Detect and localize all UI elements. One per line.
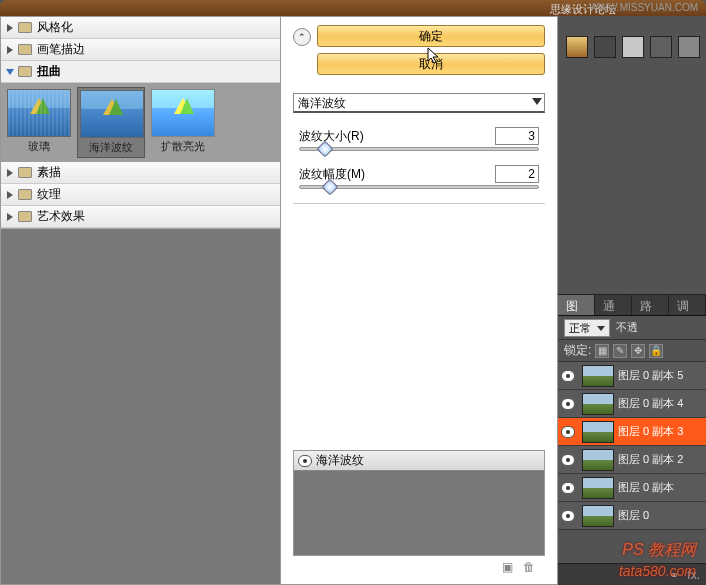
tree-item-sketch[interactable]: 素描 [1, 162, 280, 184]
eye-icon[interactable] [558, 370, 578, 382]
lock-label: 锁定: [564, 342, 591, 359]
thumb-ocean-ripple[interactable]: 海洋波纹 [77, 87, 145, 158]
ripple-magnitude-input[interactable]: 2 [495, 165, 539, 183]
swatch[interactable] [650, 36, 672, 58]
filter-category-tree: 风格化 画笔描边 扭曲 玻璃 海洋波纹 [1, 17, 280, 229]
layer-thumbnail [582, 477, 614, 499]
tree-label: 扭曲 [37, 63, 61, 80]
folder-icon [18, 211, 32, 222]
layer-thumbnail [582, 421, 614, 443]
layer-thumbnail [582, 393, 614, 415]
tree-label: 素描 [37, 164, 61, 181]
folder-icon [18, 22, 32, 33]
tree-item-texture[interactable]: 纹理 [1, 184, 280, 206]
trash-icon[interactable]: 🗑 [523, 560, 535, 574]
thumb-label: 扩散亮光 [151, 139, 215, 154]
swatch[interactable] [622, 36, 644, 58]
chevron-right-icon [5, 168, 15, 178]
eye-icon[interactable] [558, 398, 578, 410]
layer-thumbnail [582, 505, 614, 527]
tab-layers[interactable]: 图层 [558, 295, 595, 315]
thumb-glass[interactable]: 玻璃 [5, 87, 73, 158]
opacity-label: 不透 [616, 320, 638, 335]
tree-label: 风格化 [37, 19, 73, 36]
layer-name: 图层 0 [618, 508, 706, 523]
tree-label: 艺术效果 [37, 208, 85, 225]
folder-icon [18, 66, 32, 77]
eye-icon[interactable] [558, 510, 578, 522]
layer-name: 图层 0 副本 [618, 480, 706, 495]
filter-select-value: 海洋波纹 [298, 96, 346, 110]
filter-tree-panel: 风格化 画笔描边 扭曲 玻璃 海洋波纹 [1, 17, 281, 584]
tree-label: 纹理 [37, 186, 61, 203]
window-titlebar: 思缘设计论坛 WWW.MISSYUAN.COM [0, 0, 706, 16]
empty-area [1, 229, 280, 584]
lock-all-icon[interactable]: 🔒 [649, 344, 663, 358]
layer-row[interactable]: 图层 0 [558, 502, 706, 530]
eye-icon[interactable] [558, 426, 578, 438]
tree-item-stylize[interactable]: 风格化 [1, 17, 280, 39]
tab-paths[interactable]: 路径 [632, 295, 669, 315]
layer-name: 图层 0 副本 2 [618, 452, 706, 467]
thumb-label: 海洋波纹 [80, 140, 142, 155]
chevron-right-icon [5, 45, 15, 55]
eye-icon[interactable] [558, 482, 578, 494]
thumb-diffuse-glow[interactable]: 扩散亮光 [149, 87, 217, 158]
layer-name: 图层 0 副本 4 [618, 396, 706, 411]
layer-name: 图层 0 副本 3 [618, 424, 706, 439]
tree-item-brush[interactable]: 画笔描边 [1, 39, 280, 61]
folder-icon [18, 189, 32, 200]
layer-row[interactable]: 图层 0 副本 2 [558, 446, 706, 474]
tree-item-artistic[interactable]: 艺术效果 [1, 206, 280, 228]
folder-icon [18, 167, 32, 178]
ripple-magnitude-slider[interactable] [299, 185, 539, 189]
layer-thumbnail [582, 365, 614, 387]
layer-row[interactable]: 图层 0 副本 5 [558, 362, 706, 390]
cancel-button[interactable]: 取消 [317, 53, 545, 75]
watermark: PS 教程网 [622, 540, 696, 561]
layer-name: 图层 0 副本 5 [618, 368, 706, 383]
tree-item-distort[interactable]: 扭曲 [1, 61, 280, 83]
lock-transparency-icon[interactable]: ▦ [595, 344, 609, 358]
layer-row[interactable]: 图层 0 副本 4 [558, 390, 706, 418]
tab-adjust[interactable]: 调整 [669, 295, 706, 315]
stack-item-label: 海洋波纹 [316, 452, 364, 469]
ripple-size-slider[interactable] [299, 147, 539, 151]
collapse-toggle-icon[interactable]: ⌃ [293, 28, 311, 46]
filter-stack: 海洋波纹 ▣ 🗑 [293, 450, 545, 576]
lock-row: 锁定: ▦ ✎ ✥ 🔒 [558, 340, 706, 362]
new-effect-icon[interactable]: ▣ [502, 560, 513, 574]
tree-label: 画笔描边 [37, 41, 85, 58]
swatch[interactable] [678, 36, 700, 58]
swatch[interactable] [566, 36, 588, 58]
ripple-size-label: 波纹大小(R) [299, 128, 364, 145]
eye-icon[interactable] [298, 455, 312, 467]
ok-button[interactable]: 确定 [317, 25, 545, 47]
stack-item[interactable]: 海洋波纹 [294, 451, 544, 471]
swatch[interactable] [594, 36, 616, 58]
layer-row[interactable]: 图层 0 副本 3 [558, 418, 706, 446]
layers-list: 图层 0 副本 5图层 0 副本 4图层 0 副本 3图层 0 副本 2图层 0… [558, 362, 706, 563]
divider [293, 203, 545, 204]
tab-channels[interactable]: 通道 [595, 295, 632, 315]
lock-move-icon[interactable]: ✥ [631, 344, 645, 358]
watermark-url: tata580.com [619, 563, 696, 579]
filter-gallery-dialog: 风格化 画笔描边 扭曲 玻璃 海洋波纹 [0, 16, 558, 585]
blend-mode-row: 正常 不透 [558, 316, 706, 340]
folder-icon [18, 44, 32, 55]
eye-icon[interactable] [558, 454, 578, 466]
ripple-size-group: 波纹大小(R) 3 [293, 127, 545, 151]
filter-select[interactable]: 海洋波纹 [293, 93, 545, 113]
layer-row[interactable]: 图层 0 副本 [558, 474, 706, 502]
filter-thumbnail-row: 玻璃 海洋波纹 扩散亮光 [1, 83, 280, 162]
chevron-right-icon [5, 23, 15, 33]
ripple-size-input[interactable]: 3 [495, 127, 539, 145]
app-side-area: 图层 通道 路径 调整 正常 不透 锁定: ▦ ✎ ✥ 🔒 图层 0 副本 5图… [558, 16, 706, 585]
thumb-label: 玻璃 [7, 139, 71, 154]
layer-thumbnail [582, 449, 614, 471]
chevron-right-icon [5, 212, 15, 222]
forum-url: WWW.MISSYUAN.COM [589, 2, 698, 13]
blend-mode-select[interactable]: 正常 [564, 319, 610, 337]
lock-brush-icon[interactable]: ✎ [613, 344, 627, 358]
chevron-down-icon [5, 67, 15, 77]
